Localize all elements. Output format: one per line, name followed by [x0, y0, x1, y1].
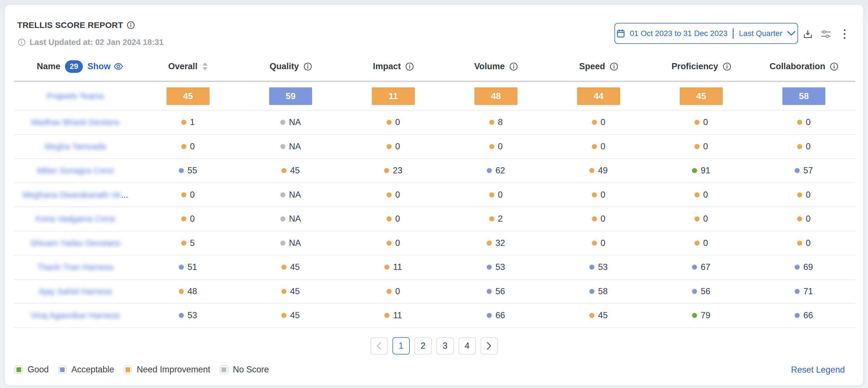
prev-page-button[interactable] [370, 337, 388, 355]
score-status-dot [797, 216, 802, 221]
download-icon[interactable] [802, 28, 814, 40]
cell-proficiency: 0 [650, 117, 752, 127]
row-name-text: Viraj Agasnikar Harness [31, 311, 120, 320]
score-value: 0 [190, 190, 195, 200]
score-box-impact: 11 [372, 87, 415, 105]
score-status-dot [386, 216, 392, 221]
score-value: 0 [395, 117, 400, 127]
column-label-volume: Volume [474, 61, 505, 71]
score-status-dot [181, 144, 186, 149]
cell-quality: NA [239, 142, 342, 152]
sort-icon[interactable] [202, 62, 208, 70]
score-status-dot [589, 265, 594, 270]
legend-label: Good [28, 364, 49, 375]
score-status-dot [179, 289, 184, 294]
legend-checkbox-acceptable [58, 365, 67, 374]
column-label-speed: Speed [579, 61, 605, 71]
score-value: 66 [803, 310, 813, 321]
cell-impact: 0 [342, 287, 444, 296]
trellis-score-report-card: TRELLIS SCORE REPORT Last Updated at: 02… [4, 4, 864, 386]
date-btn-divider [733, 28, 734, 39]
page-button-1[interactable]: 1 [393, 337, 410, 355]
score-box-volume: 48 [474, 87, 518, 105]
score-status-dot [487, 168, 492, 173]
score-value: 56 [495, 287, 505, 296]
score-value: 62 [495, 166, 505, 176]
cell-speed: 44 [547, 87, 650, 105]
date-range-picker[interactable]: 01 Oct 2023 to 31 Dec 2023 Last Quarter [615, 23, 798, 44]
table-row: Viraj Agasnikar Harness53451166457966 [14, 304, 855, 328]
legend-item-need[interactable]: Need Improvement [124, 364, 210, 375]
cell-quality: 59 [239, 87, 342, 105]
legend-item-noscore[interactable]: No Score [220, 364, 269, 375]
cell-speed: 53 [547, 262, 650, 272]
info-icon[interactable] [723, 62, 731, 70]
info-icon[interactable] [610, 62, 618, 70]
score-value: 0 [806, 142, 810, 152]
legend-item-acceptable[interactable]: Acceptable [58, 364, 114, 375]
row-name-link[interactable]: Meghana Dwarakanath Ve... [14, 190, 137, 200]
info-icon[interactable] [509, 62, 518, 70]
score-value: 91 [701, 166, 710, 176]
title-info-icon[interactable] [127, 21, 135, 29]
column-header-proficiency: Proficiency [650, 61, 752, 71]
next-page-button[interactable] [480, 337, 498, 355]
row-name-link[interactable]: Prajeets Teams [14, 91, 137, 101]
row-name-link[interactable]: Viraj Agasnikar Harness [14, 311, 137, 320]
cell-volume: 0 [444, 190, 547, 200]
name-count-badge: 29 [65, 60, 83, 73]
cell-proficiency: 56 [650, 287, 752, 296]
score-value: 0 [806, 214, 810, 224]
score-status-dot [589, 168, 594, 173]
score-status-dot [694, 192, 700, 197]
score-value: 0 [395, 190, 400, 200]
score-status-dot [386, 289, 392, 294]
cell-collaboration: 58 [752, 87, 855, 105]
info-icon[interactable] [304, 62, 312, 70]
filter-sliders-icon[interactable] [820, 28, 832, 40]
info-icon[interactable] [830, 62, 838, 70]
score-value: 0 [703, 117, 708, 127]
legend-item-good[interactable]: Good [14, 364, 49, 375]
page-button-2[interactable]: 2 [414, 337, 432, 355]
page-button-4[interactable]: 4 [459, 337, 476, 355]
cell-proficiency: 67 [650, 262, 752, 272]
score-status-dot [489, 192, 494, 197]
reset-legend-link[interactable]: Reset Legend [791, 365, 845, 375]
info-icon[interactable] [406, 62, 414, 70]
row-name-text: Krina Vadgama Crest [36, 214, 115, 223]
cell-collaboration: 0 [752, 214, 855, 224]
row-name-link[interactable]: Milan Sonagra Crest [14, 166, 137, 175]
score-status-dot [694, 216, 700, 221]
score-status-dot [795, 313, 800, 318]
row-name-link[interactable]: Thanh Tran Harness [14, 262, 137, 272]
score-value: 0 [806, 117, 810, 127]
score-status-dot [386, 144, 392, 149]
score-status-dot [280, 216, 285, 221]
score-value: 32 [495, 238, 505, 248]
score-value: 56 [701, 287, 710, 296]
cell-quality: NA [239, 214, 342, 224]
table-row: Madhav Bhasti Devtans1NA08000 [14, 111, 855, 135]
score-value: 48 [187, 287, 197, 296]
score-status-dot [384, 313, 390, 318]
row-name-text: Ajay Sahid Harness [38, 287, 112, 296]
cell-impact: 0 [342, 190, 444, 200]
row-name-link[interactable]: Madhav Bhasti Devtans [14, 118, 137, 127]
score-status-dot [694, 144, 700, 149]
row-name-link[interactable]: Krina Vadgama Crest [14, 214, 137, 223]
score-value: 0 [703, 190, 708, 200]
score-status-dot [280, 192, 285, 197]
score-value: NA [289, 190, 301, 200]
score-value: 2 [498, 214, 503, 224]
page-button-3[interactable]: 3 [436, 337, 454, 355]
team-row: Prajeets Teams45591148444558 [14, 82, 855, 111]
kebab-menu-icon[interactable] [839, 28, 850, 40]
cell-speed: 0 [547, 117, 650, 127]
cell-overall: 0 [137, 142, 239, 152]
pagination: 1234 [5, 337, 863, 355]
row-name-link[interactable]: Shivam Yadav Devstans [14, 238, 137, 248]
row-name-link[interactable]: Megha Tamvada [14, 142, 137, 151]
row-name-link[interactable]: Ajay Sahid Harness [14, 287, 137, 296]
show-names-button[interactable]: Show [88, 61, 123, 71]
